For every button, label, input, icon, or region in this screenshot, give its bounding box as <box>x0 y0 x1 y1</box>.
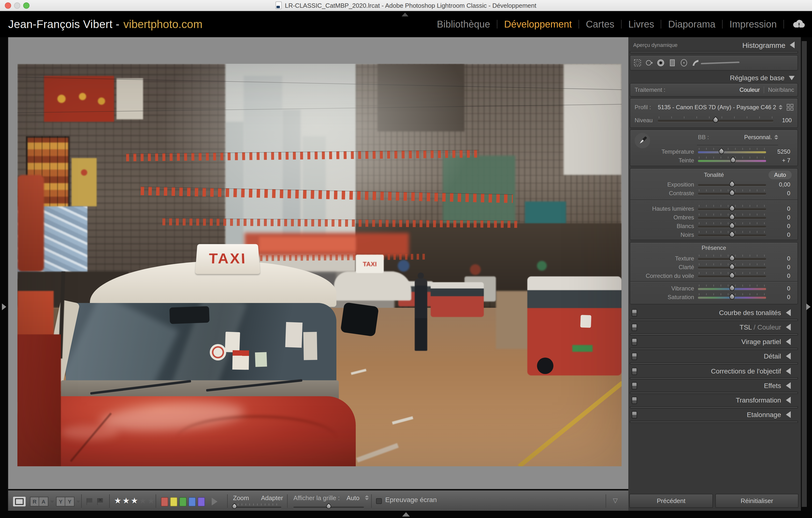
fit-mode-label[interactable]: Adapter <box>261 494 283 501</box>
close-window-button[interactable] <box>5 2 11 9</box>
panel-toggle[interactable] <box>632 411 637 418</box>
slider-value[interactable]: 0 <box>766 294 798 301</box>
chevron-down-icon[interactable] <box>50 500 54 503</box>
grid-stepper-icon[interactable] <box>365 495 369 500</box>
wb-value[interactable]: Personnal. <box>744 134 772 141</box>
minimize-window-button[interactable] <box>14 2 20 9</box>
crop-tool-icon[interactable] <box>633 58 642 67</box>
photo-canvas[interactable]: TAXI TAXI <box>18 64 621 466</box>
panel-effects[interactable]: Effets <box>630 380 798 391</box>
profile-value[interactable]: 5135 - Canon EOS 7D (Any) - Paysage C46 … <box>658 104 776 111</box>
slider-value[interactable]: 0 <box>766 255 798 262</box>
panel-transform[interactable]: Transformation <box>630 395 798 405</box>
panel-toggle[interactable] <box>632 382 637 389</box>
flag-reject-button[interactable] <box>97 498 104 505</box>
module-print[interactable]: Impression <box>729 19 777 30</box>
color-label-blue[interactable] <box>188 497 196 507</box>
spot-removal-tool-icon[interactable] <box>645 58 654 67</box>
panel-calibration[interactable]: Etalonnage <box>630 409 798 420</box>
slider-thumb[interactable] <box>728 181 735 188</box>
panel-toggle[interactable] <box>632 309 637 316</box>
split-cell-2[interactable]: Y <box>65 497 75 507</box>
slider-value[interactable]: + 7 <box>766 157 798 164</box>
panel-toggle[interactable] <box>632 353 637 360</box>
blacks-slider[interactable] <box>698 231 766 239</box>
sync-cloud-icon[interactable] <box>792 19 806 29</box>
color-label-purple[interactable] <box>198 497 205 507</box>
wb-stepper-icon[interactable] <box>774 135 778 140</box>
slider-value[interactable]: 0 <box>766 232 798 238</box>
whites-slider[interactable] <box>698 222 766 230</box>
slider-value[interactable]: 5250 <box>766 148 798 155</box>
panel-toggle[interactable] <box>632 396 637 404</box>
slider-value[interactable]: 0 <box>766 205 798 212</box>
adjustment-brush-tool-icon[interactable] <box>691 58 700 67</box>
graduated-filter-tool-icon[interactable] <box>668 58 677 67</box>
shadows-slider[interactable] <box>698 214 766 221</box>
reset-button[interactable]: Réinitialiser <box>715 494 799 508</box>
expand-panel-arrow-icon[interactable] <box>786 338 791 345</box>
amount-slider[interactable] <box>658 117 773 124</box>
zoom-slider[interactable] <box>233 504 281 510</box>
treatment-color-option[interactable]: Couleur <box>740 87 760 93</box>
star-rating[interactable] <box>114 496 155 506</box>
histogram-header[interactable]: Aperçu dynamique Histogramme <box>628 40 801 49</box>
temperature-slider[interactable] <box>698 148 766 156</box>
play-slideshow-button[interactable] <box>212 498 218 506</box>
panel-toggle[interactable] <box>632 324 637 331</box>
highlights-slider[interactable] <box>698 205 766 213</box>
toolbar-options-icon[interactable] <box>613 497 618 504</box>
module-develop[interactable]: Développement <box>504 19 572 30</box>
saturation-slider[interactable] <box>698 293 766 301</box>
collapse-histogram-arrow-icon[interactable] <box>790 41 794 48</box>
panel-scrollbar[interactable] <box>802 41 807 507</box>
panel-lens-corrections[interactable]: Corrections de l'objectif <box>630 366 798 376</box>
color-label-green[interactable] <box>179 497 186 507</box>
star-icon[interactable] <box>122 496 130 506</box>
before-cell[interactable]: R <box>30 497 39 507</box>
dehaze-slider[interactable] <box>698 272 766 280</box>
collapse-right-panel-arrow-icon[interactable] <box>806 303 811 310</box>
grid-opacity-slider[interactable] <box>293 504 364 510</box>
before-after-split-button[interactable]: Y Y <box>56 497 80 507</box>
profile-stepper-icon[interactable] <box>779 105 783 110</box>
module-book[interactable]: Livres <box>628 19 654 30</box>
exposure-slider[interactable] <box>698 181 766 188</box>
module-map[interactable]: Cartes <box>586 19 614 30</box>
tint-slider[interactable] <box>698 157 766 164</box>
module-library[interactable]: Bibliothèque <box>437 19 490 30</box>
radial-filter-tool-icon[interactable] <box>679 58 688 67</box>
expand-panel-arrow-icon[interactable] <box>786 411 791 418</box>
panel-toggle[interactable] <box>632 367 637 375</box>
auto-tone-button[interactable]: Auto <box>768 171 792 179</box>
show-left-panel-arrow-icon[interactable] <box>2 303 6 310</box>
texture-slider[interactable] <box>698 255 766 263</box>
expand-panel-arrow-icon[interactable] <box>786 397 791 403</box>
show-filmstrip-arrow-icon[interactable] <box>402 512 410 517</box>
color-label-red[interactable] <box>161 497 168 507</box>
histogram-title[interactable]: Histogramme <box>743 41 785 49</box>
slider-value[interactable]: 0 <box>766 214 798 221</box>
basic-panel-title[interactable]: Réglages de base <box>730 74 784 82</box>
panel-tone-curve[interactable]: Courbe des tonalités <box>630 307 798 318</box>
slider-value[interactable]: 0 <box>766 264 798 271</box>
slider-value[interactable]: 0 <box>766 190 798 197</box>
collapse-top-panel-arrow-icon[interactable] <box>402 12 408 17</box>
vibrance-slider[interactable] <box>698 284 766 292</box>
slider-track[interactable] <box>233 507 281 508</box>
zoom-mode-label[interactable]: Zoom <box>233 494 249 501</box>
loupe-view-button[interactable] <box>13 497 26 507</box>
red-eye-tool-icon[interactable] <box>656 58 665 67</box>
star-icon[interactable] <box>139 496 147 506</box>
slider-value[interactable]: 0,00 <box>766 181 798 188</box>
before-after-lr-button[interactable]: R A <box>30 497 54 507</box>
basic-panel-header[interactable]: Réglages de base <box>628 73 801 82</box>
expand-panel-arrow-icon[interactable] <box>786 382 791 389</box>
slider-value[interactable]: 0 <box>766 223 798 230</box>
after-cell[interactable]: A <box>39 497 48 507</box>
contrast-slider[interactable] <box>698 189 766 197</box>
zoom-window-button[interactable] <box>23 2 29 9</box>
expand-panel-arrow-icon[interactable] <box>786 309 791 316</box>
color-label-yellow[interactable] <box>170 497 177 507</box>
clarity-slider[interactable] <box>698 263 766 271</box>
